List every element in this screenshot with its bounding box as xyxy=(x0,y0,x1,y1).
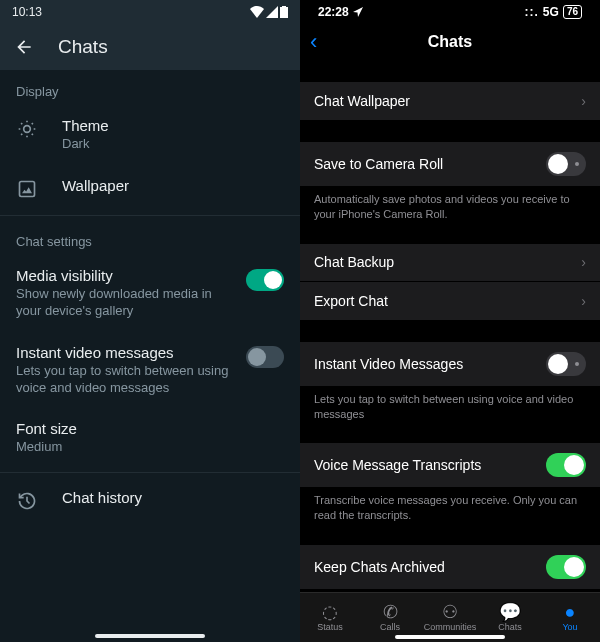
voice-transcripts-label: Voice Message Transcripts xyxy=(314,457,546,473)
export-chat-label: Export Chat xyxy=(314,293,581,309)
keep-archived-toggle[interactable] xyxy=(546,555,586,579)
phone-icon: ✆ xyxy=(383,603,398,621)
wallpaper-icon xyxy=(17,179,37,199)
instant-video-footer: Lets you tap to switch between using voi… xyxy=(300,387,600,422)
back-arrow-icon[interactable] xyxy=(14,37,34,57)
battery-badge: 76 xyxy=(563,5,582,19)
chat-backup-label: Chat Backup xyxy=(314,254,581,270)
you-icon: ● xyxy=(565,603,576,621)
theme-row[interactable]: Theme Dark xyxy=(0,105,300,165)
back-chevron-icon[interactable]: ‹ xyxy=(310,31,317,53)
signal-dots-icon: ::. xyxy=(525,5,539,19)
ios-screen: 22:28 ::. 5G 76 ‹ Chats Chat Wallpaper › xyxy=(300,0,600,642)
font-size-value: Medium xyxy=(16,439,284,456)
chat-history-label: Chat history xyxy=(62,489,284,506)
tab-label: You xyxy=(562,622,577,632)
chat-wallpaper-row[interactable]: Chat Wallpaper › xyxy=(300,82,600,120)
font-size-label: Font size xyxy=(16,420,284,437)
instant-video-label: Instant Video Messages xyxy=(314,356,546,372)
save-camera-row[interactable]: Save to Camera Roll xyxy=(300,142,600,187)
chat-backup-row[interactable]: Chat Backup › xyxy=(300,244,600,282)
tab-label: Calls xyxy=(380,622,400,632)
svg-point-2 xyxy=(24,126,31,133)
instant-video-sub: Lets you tap to switch between using voi… xyxy=(16,363,234,397)
chat-wallpaper-label: Chat Wallpaper xyxy=(314,93,581,109)
chat-settings-section-header: Chat settings xyxy=(0,220,300,255)
instant-video-toggle[interactable] xyxy=(546,352,586,376)
location-icon xyxy=(353,7,363,17)
save-camera-footer: Automatically save photos and videos you… xyxy=(300,187,600,222)
ios-header: ‹ Chats xyxy=(300,24,600,60)
divider xyxy=(0,215,300,216)
font-size-row[interactable]: Font size Medium xyxy=(0,408,300,468)
divider xyxy=(0,472,300,473)
svg-rect-1 xyxy=(282,6,286,7)
chat-icon: 💬 xyxy=(499,603,521,621)
signal-icon xyxy=(266,6,278,18)
chevron-right-icon: › xyxy=(581,93,586,109)
media-visibility-sub: Show newly downloaded media in your devi… xyxy=(16,286,234,320)
instant-video-row[interactable]: Instant Video Messages xyxy=(300,342,600,387)
voice-transcripts-footer: Transcribe voice messages you receive. O… xyxy=(300,488,600,523)
keep-archived-label: Keep Chats Archived xyxy=(314,559,546,575)
tab-status[interactable]: ◌ Status xyxy=(300,593,360,642)
theme-label: Theme xyxy=(62,117,284,134)
tab-label: Chats xyxy=(498,622,522,632)
svg-rect-0 xyxy=(280,7,288,18)
instant-video-row[interactable]: Instant video messages Lets you tap to s… xyxy=(0,332,300,409)
android-status-bar: 10:13 xyxy=(0,0,300,24)
media-visibility-toggle[interactable] xyxy=(246,269,284,291)
status-time: 22:28 xyxy=(318,5,349,19)
voice-transcripts-row[interactable]: Voice Message Transcripts xyxy=(300,443,600,488)
android-screen: 10:13 Chats Display Theme Dark Wallpaper xyxy=(0,0,300,642)
save-camera-toggle[interactable] xyxy=(546,152,586,176)
wallpaper-row[interactable]: Wallpaper xyxy=(0,165,300,211)
theme-value: Dark xyxy=(62,136,284,153)
instant-video-toggle[interactable] xyxy=(246,346,284,368)
page-title: Chats xyxy=(428,33,472,51)
wifi-icon xyxy=(250,6,264,18)
tab-you[interactable]: ● You xyxy=(540,593,600,642)
android-nav-bar xyxy=(95,634,205,638)
page-title: Chats xyxy=(58,36,108,58)
chevron-right-icon: › xyxy=(581,293,586,309)
android-header: Chats xyxy=(0,24,300,70)
chat-history-row[interactable]: Chat history xyxy=(0,477,300,523)
media-visibility-label: Media visibility xyxy=(16,267,234,284)
wallpaper-label: Wallpaper xyxy=(62,177,284,194)
tab-label: Status xyxy=(317,622,343,632)
keep-archived-row[interactable]: Keep Chats Archived xyxy=(300,545,600,590)
communities-icon: ⚇ xyxy=(442,603,458,621)
chevron-right-icon: › xyxy=(581,254,586,270)
save-camera-label: Save to Camera Roll xyxy=(314,156,546,172)
media-visibility-row[interactable]: Media visibility Show newly downloaded m… xyxy=(0,255,300,332)
network-label: 5G xyxy=(543,5,559,19)
status-icons xyxy=(250,6,288,18)
status-time: 10:13 xyxy=(12,5,42,19)
theme-icon xyxy=(17,119,37,139)
voice-transcripts-toggle[interactable] xyxy=(546,453,586,477)
ios-home-indicator xyxy=(395,635,505,639)
svg-rect-3 xyxy=(20,181,35,196)
instant-video-label: Instant video messages xyxy=(16,344,234,361)
display-section-header: Display xyxy=(0,70,300,105)
status-icon: ◌ xyxy=(322,603,338,621)
battery-icon xyxy=(280,6,288,18)
export-chat-row[interactable]: Export Chat › xyxy=(300,282,600,320)
tab-label: Communities xyxy=(424,622,477,632)
ios-status-bar: 22:28 ::. 5G 76 xyxy=(300,0,600,24)
history-icon xyxy=(17,491,37,511)
